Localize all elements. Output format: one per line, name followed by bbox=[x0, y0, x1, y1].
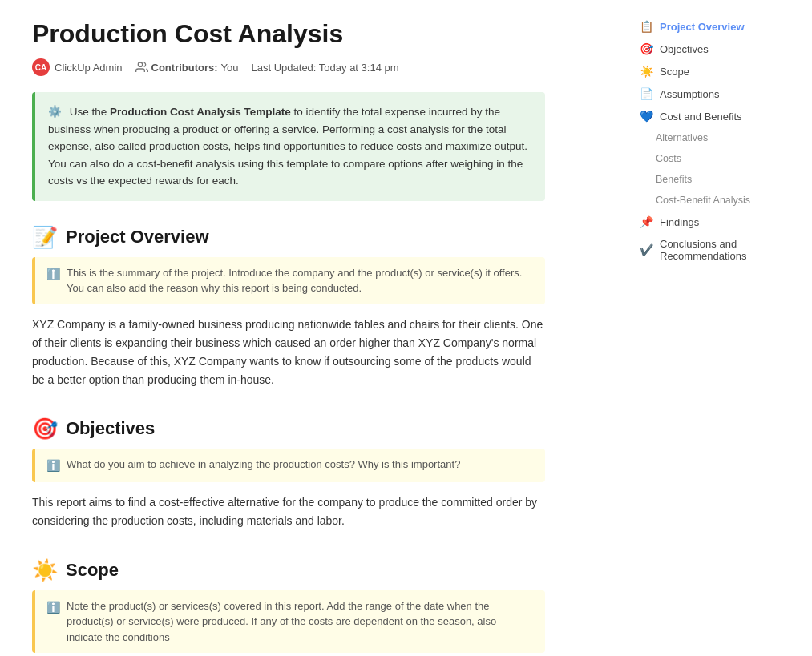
last-updated: Last Updated: Today at 3:14 pm bbox=[252, 62, 399, 74]
meta-contributors: Contributors: You bbox=[135, 61, 239, 74]
sidebar-item-cost-benefit-analysis[interactable]: Cost-Benefit Analysis bbox=[633, 191, 799, 210]
svg-point-0 bbox=[138, 62, 142, 66]
section-body-project-overview: XYZ Company is a family-owned business p… bbox=[32, 316, 545, 389]
intro-text: Use the Production Cost Analysis Templat… bbox=[48, 106, 527, 187]
info-box-scope: ℹ️ Note the product(s) or services(s) co… bbox=[32, 590, 545, 654]
info-box-project-overview: ℹ️ This is the summary of the project. I… bbox=[32, 257, 545, 304]
sidebar-item-costs[interactable]: Costs bbox=[633, 149, 799, 168]
info-icon: ℹ️ bbox=[46, 266, 60, 283]
info-text-scope: Note the product(s) or services(s) cover… bbox=[67, 598, 534, 646]
section-scope: ☀️ Scope ℹ️ Note the product(s) or servi… bbox=[32, 560, 545, 656]
sidebar-item-benefits[interactable]: Benefits bbox=[633, 170, 799, 189]
sidebar-icon-objectives: 🎯 bbox=[640, 42, 653, 55]
intro-icon: ⚙️ bbox=[48, 103, 62, 121]
sidebar-icon-project-overview: 📋 bbox=[640, 20, 653, 33]
sidebar-item-cost-and-benefits[interactable]: 💙 Cost and Benefits bbox=[633, 106, 799, 127]
author-name: ClickUp Admin bbox=[55, 62, 123, 74]
meta-author: CA ClickUp Admin bbox=[32, 58, 123, 76]
sidebar-label-objectives: Objectives bbox=[660, 43, 709, 55]
sidebar-label-scope: Scope bbox=[660, 66, 689, 78]
section-body-objectives: This report aims to find a cost-effectiv… bbox=[32, 493, 545, 530]
contributors-label: Contributors: bbox=[151, 62, 218, 74]
sidebar-label-cost-and-benefits: Cost and Benefits bbox=[660, 111, 742, 123]
avatar: CA bbox=[32, 58, 50, 76]
sidebar-item-conclusions[interactable]: ✔️ Conclusions and Recommendations bbox=[633, 234, 799, 266]
info-icon-scope: ℹ️ bbox=[46, 599, 60, 616]
info-icon-objectives: ℹ️ bbox=[46, 457, 60, 474]
section-header-scope: ☀️ Scope bbox=[32, 560, 545, 581]
sidebar-label-conclusions: Conclusions and Recommendations bbox=[660, 238, 793, 262]
section-project-overview: 📝 Project Overview ℹ️ This is the summar… bbox=[32, 227, 545, 389]
info-box-objectives: ℹ️ What do you aim to achieve in analyzi… bbox=[32, 449, 545, 482]
page-title: Production Cost Analysis bbox=[32, 19, 545, 49]
sidebar-label-project-overview: Project Overview bbox=[660, 21, 745, 33]
sidebar-icon-scope: ☀️ bbox=[640, 65, 653, 78]
section-header-objectives: 🎯 Objectives bbox=[32, 418, 545, 439]
section-objectives: 🎯 Objectives ℹ️ What do you aim to achie… bbox=[32, 418, 545, 530]
info-text-objectives: What do you aim to achieve in analyzing … bbox=[67, 457, 460, 473]
section-title-scope: Scope bbox=[66, 560, 119, 581]
main-content: Production Cost Analysis CA ClickUp Admi… bbox=[0, 0, 577, 656]
sidebar-icon-findings: 📌 bbox=[640, 215, 653, 228]
sidebar-icon-conclusions: ✔️ bbox=[640, 243, 653, 256]
sidebar-icon-assumptions: 📄 bbox=[640, 87, 653, 100]
sidebar-item-project-overview[interactable]: 📋 Project Overview bbox=[633, 16, 799, 37]
objectives-icon: 🎯 bbox=[32, 418, 58, 439]
section-title-objectives: Objectives bbox=[66, 418, 155, 439]
sidebar-item-assumptions[interactable]: 📄 Assumptions bbox=[633, 83, 799, 104]
section-title-project-overview: Project Overview bbox=[66, 227, 209, 248]
meta-row: CA ClickUp Admin Contributors: You Last … bbox=[32, 58, 545, 76]
sidebar-item-scope[interactable]: ☀️ Scope bbox=[633, 61, 799, 82]
sidebar-label-costs: Costs bbox=[656, 153, 681, 164]
sidebar-icon-cost-and-benefits: 💙 bbox=[640, 110, 653, 123]
sidebar-item-findings[interactable]: 📌 Findings bbox=[633, 211, 799, 232]
contributors-value: You bbox=[221, 62, 239, 74]
info-text-project-overview: This is the summary of the project. Intr… bbox=[67, 265, 534, 296]
sidebar-item-alternatives[interactable]: Alternatives bbox=[633, 128, 799, 147]
section-header-project-overview: 📝 Project Overview bbox=[32, 227, 545, 248]
sidebar-label-benefits: Benefits bbox=[656, 174, 692, 185]
intro-box: ⚙️ Use the Production Cost Analysis Temp… bbox=[32, 92, 545, 201]
sidebar-label-cost-benefit-analysis: Cost-Benefit Analysis bbox=[656, 195, 750, 206]
sidebar-item-objectives[interactable]: 🎯 Objectives bbox=[633, 38, 799, 59]
project-overview-icon: 📝 bbox=[32, 227, 58, 248]
contributors-icon bbox=[135, 61, 148, 74]
sidebar-label-findings: Findings bbox=[660, 216, 699, 228]
sidebar: 📋 Project Overview 🎯 Objectives ☀️ Scope… bbox=[620, 0, 812, 656]
sidebar-label-assumptions: Assumptions bbox=[660, 88, 719, 100]
scope-icon: ☀️ bbox=[32, 560, 58, 581]
sidebar-label-alternatives: Alternatives bbox=[656, 132, 708, 143]
